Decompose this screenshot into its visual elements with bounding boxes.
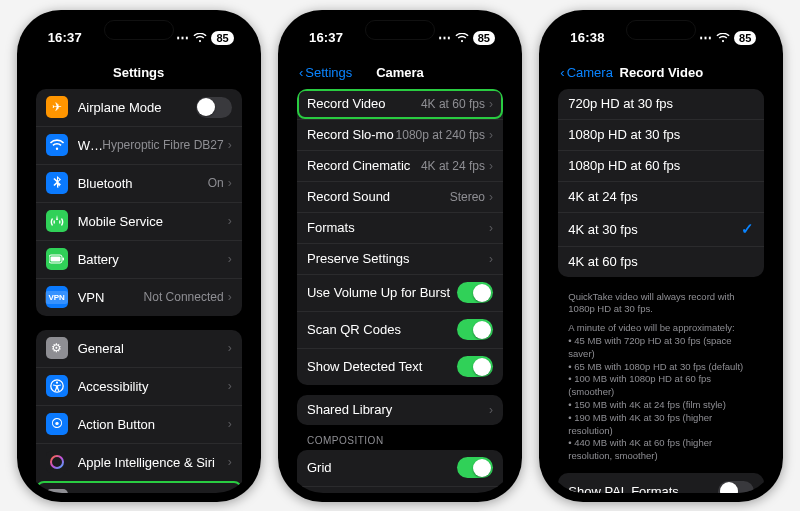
toggle-grid[interactable] (457, 457, 493, 478)
option-row[interactable]: 1080p HD at 30 fps (558, 119, 764, 150)
row-shared-library[interactable]: Shared Library› (297, 395, 503, 425)
record-cinematic-label: Record Cinematic (307, 158, 421, 173)
row-detected-text[interactable]: Show Detected Text (297, 348, 503, 385)
apple-intelligence-label: Apple Intelligence & Siri (78, 455, 228, 470)
chevron-right-icon: › (228, 379, 232, 393)
airplane-icon: ✈︎ (46, 96, 68, 118)
row-action-button[interactable]: ⦿Action Button› (36, 405, 242, 443)
chevron-right-icon: › (489, 128, 493, 142)
toggle-airplane[interactable] (196, 97, 232, 118)
toggle-detected-text[interactable] (457, 356, 493, 377)
row-grid[interactable]: Grid (297, 450, 503, 486)
dynamic-island (365, 20, 435, 40)
dynamic-island (104, 20, 174, 40)
chevron-right-icon: › (228, 138, 232, 152)
wifi-label: Wi-Fi (78, 138, 103, 153)
row-record-slomo[interactable]: Record Slo-mo1080p at 240 fps› (297, 119, 503, 150)
row-scan-qr[interactable]: Scan QR Codes (297, 311, 503, 348)
scan-qr-label: Scan QR Codes (307, 322, 457, 337)
size-bullet: 100 MB with 1080p HD at 60 fps (smoother… (568, 373, 754, 399)
mobile-icon (46, 210, 68, 232)
size-bullet: 190 MB with 4K at 30 fps (higher resolut… (568, 412, 754, 438)
phone-settings: 16:37 ⋯ 85 Settings ✈︎Airplane ModeWi-Fi… (17, 10, 261, 502)
chevron-left-icon: ‹ (299, 65, 303, 80)
row-wifi[interactable]: Wi-FiHyperoptic Fibre DB27› (36, 126, 242, 164)
size-bullet: 45 MB with 720p HD at 30 fps (space save… (568, 335, 754, 361)
chevron-right-icon: › (489, 97, 493, 111)
wifi-icon (716, 33, 730, 43)
row-record-cinematic[interactable]: Record Cinematic4K at 24 fps› (297, 150, 503, 181)
chevron-right-icon: › (228, 214, 232, 228)
toggle-pal[interactable] (718, 481, 754, 493)
volume-burst-label: Use Volume Up for Burst (307, 285, 457, 300)
row-battery[interactable]: Battery› (36, 240, 242, 278)
airplane-label: Airplane Mode (78, 100, 196, 115)
section-header-composition: COMPOSITION (287, 435, 513, 450)
preserve-settings-label: Preserve Settings (307, 251, 489, 266)
option-row[interactable]: 720p HD at 30 fps (558, 89, 764, 119)
vpn-value: Not Connected (144, 290, 224, 304)
chevron-right-icon: › (228, 455, 232, 469)
row-formats[interactable]: Formats› (297, 212, 503, 243)
row-preserve-settings[interactable]: Preserve Settings› (297, 243, 503, 274)
back-label: Settings (305, 65, 352, 80)
back-button[interactable]: ‹ Camera (560, 65, 613, 80)
minute-note: A minute of video will be approximately: (568, 322, 754, 335)
formats-label: Formats (307, 220, 489, 235)
row-record-sound[interactable]: Record SoundStereo› (297, 181, 503, 212)
row-show-pal[interactable]: Show PAL Formats (558, 473, 764, 492)
row-bluetooth[interactable]: BluetoothOn› (36, 164, 242, 202)
toggle-volume-burst[interactable] (457, 282, 493, 303)
chevron-right-icon: › (489, 159, 493, 173)
row-record-video[interactable]: Record Video4K at 60 fps› (297, 89, 503, 119)
chevron-right-icon: › (489, 403, 493, 417)
back-button[interactable]: ‹ Settings (299, 65, 352, 80)
battery-pill: 85 (211, 31, 233, 45)
wifi-icon (455, 33, 469, 43)
back-label: Camera (567, 65, 613, 80)
option-label: 1080p HD at 30 fps (568, 127, 754, 142)
size-bullet: 65 MB with 1080p HD at 30 fps (default) (568, 361, 754, 374)
group-general: ⚙︎General›Accessibility›⦿Action Button›A… (36, 330, 242, 493)
row-level[interactable]: Level (297, 486, 503, 493)
action-button-icon: ⦿ (46, 413, 68, 435)
option-row[interactable]: 1080p HD at 60 fps (558, 150, 764, 181)
record-video-value: 4K at 60 fps (421, 97, 485, 111)
row-accessibility[interactable]: Accessibility› (36, 367, 242, 405)
size-bullet: 440 MB with 4K at 60 fps (higher resolut… (568, 437, 754, 463)
row-general[interactable]: ⚙︎General› (36, 330, 242, 367)
dynamic-island (626, 20, 696, 40)
row-airplane[interactable]: ✈︎Airplane Mode (36, 89, 242, 126)
nav-bar: ‹ Settings Camera (287, 57, 513, 89)
page-title: Camera (376, 65, 424, 80)
option-row[interactable]: 4K at 30 fps✓ (558, 212, 764, 246)
nav-bar: Settings (26, 57, 252, 89)
page-title: Settings (113, 65, 164, 80)
row-volume-burst[interactable]: Use Volume Up for Burst (297, 274, 503, 311)
vpn-label: VPN (78, 290, 144, 305)
option-row[interactable]: 4K at 24 fps (558, 181, 764, 212)
detected-text-label: Show Detected Text (307, 359, 457, 374)
toggle-scan-qr[interactable] (457, 319, 493, 340)
page-title: Record Video (620, 65, 704, 80)
row-apple-intelligence[interactable]: Apple Intelligence & Siri› (36, 443, 242, 481)
option-label: 4K at 24 fps (568, 189, 754, 204)
group-shared: Shared Library› (297, 395, 503, 425)
bluetooth-value: On (208, 176, 224, 190)
row-camera[interactable]: Camera› (36, 481, 242, 493)
row-mobile[interactable]: Mobile Service› (36, 202, 242, 240)
chevron-right-icon: › (228, 341, 232, 355)
wifi-icon (46, 134, 68, 156)
option-row[interactable]: 4K at 60 fps (558, 246, 764, 277)
group-connectivity: ✈︎Airplane ModeWi-FiHyperoptic Fibre DB2… (36, 89, 242, 316)
option-label: 1080p HD at 60 fps (568, 158, 754, 173)
group-composition: GridLevelMirror Front CameraView Outside… (297, 450, 503, 493)
option-label: 4K at 30 fps (568, 222, 741, 237)
wifi-value: Hyperoptic Fibre DB27 (102, 138, 223, 152)
chevron-right-icon: › (228, 290, 232, 304)
group-pal: Show PAL Formats (558, 473, 764, 492)
row-vpn[interactable]: VPNVPNNot Connected› (36, 278, 242, 316)
chevron-right-icon: › (489, 252, 493, 266)
size-list: 45 MB with 720p HD at 30 fps (space save… (568, 335, 754, 463)
chevron-right-icon: › (489, 190, 493, 204)
